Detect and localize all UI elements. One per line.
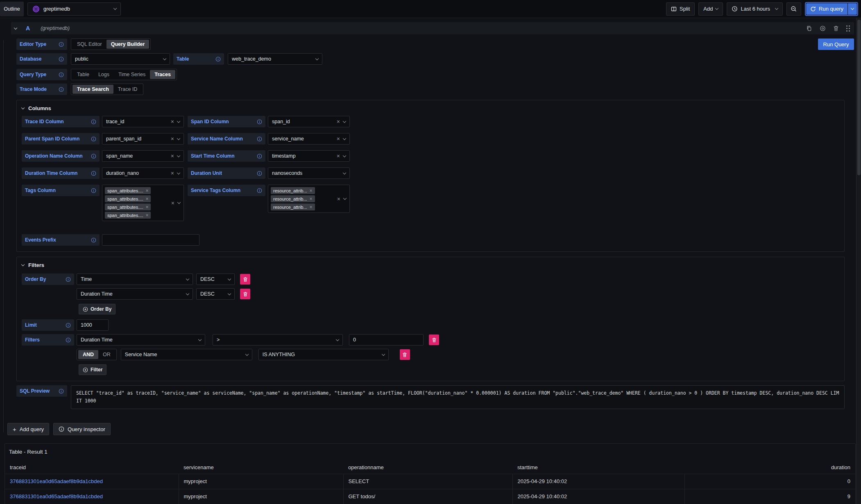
close-icon[interactable] [145,197,148,201]
duration-time-column-select[interactable]: duration_nano [102,167,184,179]
info-icon[interactable] [257,136,262,142]
tag-chip[interactable]: span_attributes.... [105,187,151,194]
order-by-field-select-2[interactable]: Duration Time [77,288,193,300]
datasource-picker[interactable]: greptimedb [27,2,121,16]
remove-filter-button-2[interactable] [400,349,410,360]
duration-unit-select[interactable]: nanoseconds [268,167,350,179]
close-icon[interactable] [310,188,313,193]
info-icon[interactable] [66,337,71,343]
span-id-column-select[interactable]: span_id [268,116,350,127]
clear-icon[interactable] [337,153,340,159]
order-by-direction-select[interactable]: DESC [196,273,235,285]
info-icon[interactable] [66,277,71,282]
close-icon[interactable] [310,197,313,201]
add-order-by-button[interactable]: Order By [79,304,116,314]
info-icon[interactable] [66,323,71,328]
columns-section-header[interactable]: Columns [22,104,839,112]
time-range-button[interactable]: Last 6 hours [727,2,783,16]
info-icon[interactable] [59,72,64,77]
info-icon[interactable] [91,171,96,176]
info-icon[interactable] [91,119,96,124]
close-icon[interactable] [145,188,148,193]
option-logs[interactable]: Logs [94,70,114,79]
filters-section-header[interactable]: Filters [22,261,839,269]
info-icon[interactable] [59,87,64,92]
order-by-field-select[interactable]: Time [77,273,193,285]
table-select[interactable]: web_trace_demo [228,53,322,65]
clear-icon[interactable] [171,170,174,176]
column-header-operationname[interactable]: operationname [343,461,512,474]
query-inspector-button[interactable]: Query inspector [53,423,111,435]
duplicate-query-icon[interactable] [806,25,812,32]
option-traces[interactable]: Traces [150,70,175,79]
events-prefix-input[interactable] [102,234,199,246]
column-header-traceid[interactable]: traceid [5,461,179,474]
add-filter-button[interactable]: Filter [79,364,106,375]
trace-id-link[interactable]: 3768831301ea0d65adaef8b9da1cbded [10,493,103,499]
start-time-column-select[interactable]: timestamp [268,150,350,162]
info-icon[interactable] [59,57,64,62]
info-icon[interactable] [257,119,262,124]
option-or[interactable]: OR [98,350,115,359]
info-icon[interactable] [91,188,96,193]
add-button[interactable]: Add [698,2,723,16]
database-select[interactable]: public [71,53,170,65]
parent-span-id-column-select[interactable]: parent_span_id [102,133,184,145]
clear-icon[interactable] [337,196,340,202]
remove-order-by-button[interactable] [240,274,250,285]
clear-icon[interactable] [171,153,174,159]
column-header-starttime[interactable]: starttime [512,461,684,474]
service-tag-chip[interactable]: resource_attrib... [271,187,315,194]
filter-operator-select[interactable]: > [213,334,343,346]
scrollbar-track[interactable] [856,18,861,504]
option-sql-editor[interactable]: SQL Editor [73,40,106,49]
option-time-series[interactable]: Time Series [114,70,150,79]
filter-operator-select-2[interactable]: IS ANYTHING [258,349,389,360]
operation-name-column-select[interactable]: span_name [102,150,184,162]
remove-filter-button[interactable] [429,334,439,345]
clear-icon[interactable] [337,119,340,124]
close-icon[interactable] [310,205,313,210]
option-query-builder[interactable]: Query Builder [106,40,150,49]
scrollbar-thumb[interactable] [857,20,861,175]
close-icon[interactable] [145,205,148,210]
tag-chip[interactable]: span_attributes.... [105,203,151,210]
collapse-chevron-icon[interactable] [14,26,17,29]
info-icon[interactable] [91,154,96,159]
run-query-dropdown[interactable] [848,3,857,15]
option-trace-id[interactable]: Trace ID [113,85,142,94]
service-name-column-select[interactable]: service_name [268,133,350,145]
tags-column-multiselect[interactable]: span_attributes.... span_attributes.... … [102,185,184,221]
column-header-servicename[interactable]: servicename [179,461,343,474]
service-tags-column-multiselect[interactable]: resource_attrib... resource_attrib... re… [268,185,350,213]
tag-chip[interactable]: span_attributes.... [105,195,151,202]
drag-handle-icon[interactable] [846,25,850,32]
filter-field-select[interactable]: Duration Time [77,334,205,346]
option-table[interactable]: Table [73,70,94,79]
service-tag-chip[interactable]: resource_attrib... [271,203,315,210]
close-icon[interactable] [145,213,148,218]
query-row-header[interactable]: A (greptimedb) [11,22,854,34]
filter-value-input[interactable] [349,334,424,346]
toggle-visibility-icon[interactable] [820,25,826,32]
column-header-duration[interactable]: duration [684,461,855,474]
info-icon[interactable] [257,171,262,176]
trace-id-link[interactable]: 3768831301ea0d65adaef8b9da1cbded [10,478,103,484]
service-tag-chip[interactable]: resource_attrib... [271,195,315,202]
remove-order-by-button-2[interactable] [240,289,250,299]
delete-query-icon[interactable] [833,25,839,32]
trace-id-column-select[interactable]: trace_id [102,116,184,127]
clear-icon[interactable] [171,200,174,206]
split-button[interactable]: Split [666,2,695,16]
clear-icon[interactable] [337,136,340,142]
clear-icon[interactable] [171,136,174,142]
run-query-button[interactable]: Run query [806,3,847,15]
info-icon[interactable] [215,57,221,62]
info-icon[interactable] [59,389,64,394]
info-icon[interactable] [257,154,262,159]
limit-input[interactable] [77,319,109,331]
add-query-button[interactable]: Add query [7,423,49,435]
info-icon[interactable] [91,237,96,243]
info-icon[interactable] [91,136,96,142]
outline-tab[interactable]: Outline [0,2,24,16]
